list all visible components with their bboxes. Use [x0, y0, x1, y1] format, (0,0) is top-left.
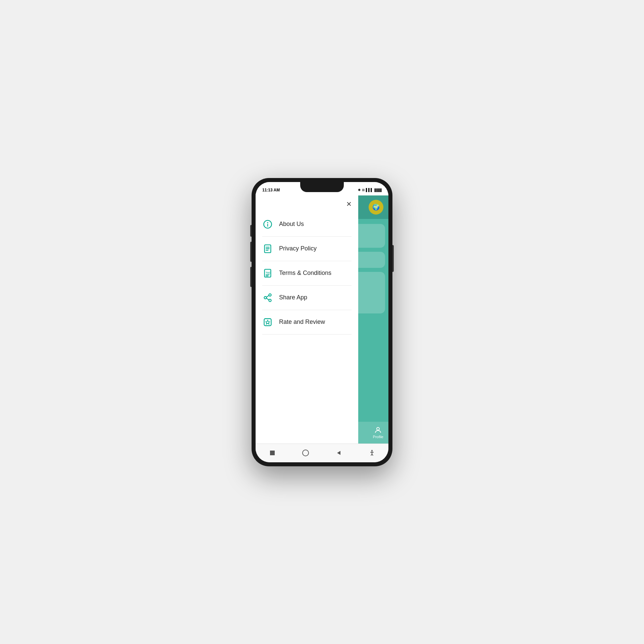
profile-nav-item: Profile: [373, 426, 383, 439]
avatar-icon: 🌍: [372, 203, 380, 211]
drawer-panel: × About Us: [256, 195, 358, 444]
svg-point-22: [371, 450, 373, 451]
rate-review-icon: [262, 317, 273, 328]
accessibility-button[interactable]: [367, 448, 377, 458]
profile-label: Profile: [373, 435, 383, 439]
menu-item-share-app[interactable]: Share App: [262, 286, 352, 310]
notch: [300, 182, 344, 192]
svg-text:T&C: T&C: [266, 272, 270, 274]
menu-item-terms-conditions[interactable]: T&C Terms & Conditions: [262, 261, 352, 286]
share-app-label: Share App: [279, 294, 307, 301]
wifi-icon: ⊞: [362, 188, 365, 192]
system-nav-bar: [256, 444, 388, 462]
svg-rect-19: [270, 451, 275, 455]
privacy-policy-label: Privacy Policy: [279, 245, 317, 252]
svg-line-16: [266, 298, 269, 300]
rate-review-label: Rate and Review: [279, 318, 325, 326]
menu-item-rate-review[interactable]: Rate and Review: [262, 310, 352, 335]
svg-point-0: [377, 427, 379, 430]
back-button[interactable]: [334, 448, 344, 458]
bluetooth-icon: ✱: [358, 188, 361, 192]
close-button[interactable]: ×: [346, 199, 352, 208]
svg-point-20: [303, 450, 309, 456]
battery-icon: ▓▓▓: [374, 188, 382, 192]
about-us-label: About Us: [279, 221, 304, 228]
square-button[interactable]: [267, 448, 277, 458]
svg-line-26: [372, 454, 373, 456]
status-icons: ✱ ⊞ ▌▌▌ ▓▓▓: [358, 188, 382, 192]
terms-conditions-icon: T&C: [262, 268, 273, 279]
about-us-icon: [262, 219, 273, 230]
phone-frame: 11:13 AM 0.0KB/s ✱ ⊞ ▌▌▌ ▓▓▓ 🌍 3: [252, 178, 392, 466]
svg-marker-21: [337, 451, 340, 455]
signal-icon: ▌▌▌: [366, 188, 373, 192]
svg-line-15: [266, 295, 269, 297]
svg-marker-18: [266, 320, 270, 324]
avatar: 🌍: [369, 200, 383, 215]
drawer-menu: About Us Privacy Policy: [256, 212, 358, 335]
menu-item-privacy-policy[interactable]: Privacy Policy: [262, 237, 352, 261]
main-screen: 🌍 328 999 ngs 👥 e ium 82: [256, 195, 388, 444]
phone-screen: 11:13 AM 0.0KB/s ✱ ⊞ ▌▌▌ ▓▓▓ 🌍 3: [256, 182, 388, 462]
status-time: 11:13 AM: [262, 188, 280, 192]
menu-item-about-us[interactable]: About Us: [262, 212, 352, 237]
privacy-policy-icon: [262, 243, 273, 254]
home-button[interactable]: [301, 448, 311, 458]
share-app-icon: [262, 292, 273, 303]
terms-conditions-label: Terms & Conditions: [279, 270, 331, 277]
drawer-header: ×: [256, 195, 358, 212]
